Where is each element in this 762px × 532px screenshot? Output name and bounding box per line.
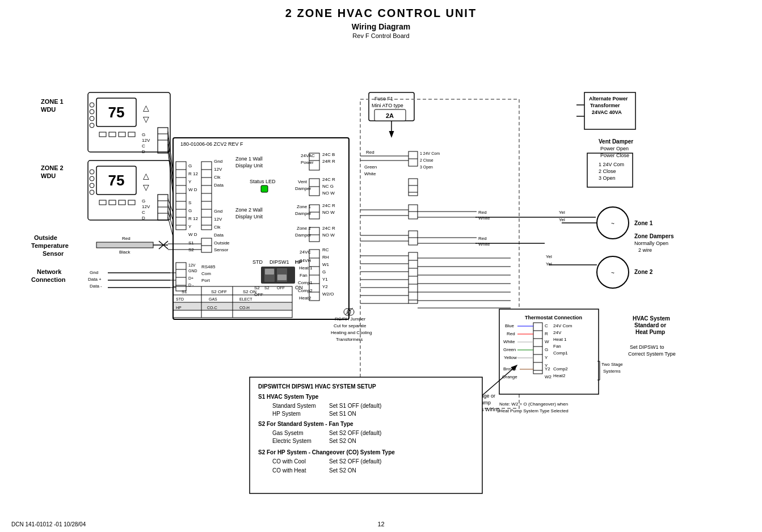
svg-text:△: △ [143, 171, 149, 180]
svg-text:2A: 2A [386, 112, 394, 119]
svg-text:W1: W1 [322, 262, 330, 267]
svg-text:Heat Pump System Type Selected: Heat Pump System Type Selected [499, 408, 569, 413]
svg-text:Set DIPSW1 to: Set DIPSW1 to [630, 344, 664, 350]
svg-text:D+: D+ [188, 276, 193, 280]
svg-text:GND: GND [188, 269, 197, 273]
svg-text:Y2: Y2 [322, 284, 328, 289]
svg-text:Vent: Vent [298, 179, 308, 184]
svg-text:Standard or: Standard or [634, 322, 666, 328]
svg-text:CO with Heat: CO with Heat [272, 467, 306, 474]
svg-text:S: S [188, 200, 191, 205]
svg-text:RS485: RS485 [201, 264, 216, 269]
svg-text:Data -: Data - [90, 284, 102, 289]
svg-text:STD: STD [176, 297, 184, 301]
svg-text:R  12: R 12 [188, 216, 198, 221]
footer-dcn: DCN 141-01012 -01 10/28/04 [11, 521, 86, 527]
svg-text:Heating and Cooling: Heating and Cooling [331, 330, 372, 335]
svg-text:12V: 12V [142, 204, 150, 209]
svg-text:12V: 12V [188, 263, 196, 267]
svg-text:Mini ATO type: Mini ATO type [372, 103, 403, 108]
svg-text:Display Unit: Display Unit [235, 163, 263, 168]
svg-text:White: White [503, 339, 515, 344]
svg-text:Yel: Yel [559, 217, 565, 222]
svg-text:S2  For HP System -  Changeove: S2 For HP System - Changeover (CO) Syste… [258, 449, 395, 455]
svg-text:WDU: WDU [41, 172, 56, 179]
svg-text:Zone 1: Zone 1 [297, 204, 311, 209]
svg-text:Power: Power [301, 160, 314, 165]
svg-text:Set S1 OFF (default): Set S1 OFF (default) [329, 403, 381, 409]
svg-text:Clk: Clk [214, 225, 221, 230]
svg-text:3  Open: 3 Open [599, 175, 616, 181]
svg-text:2 wire: 2 wire [638, 247, 652, 253]
svg-text:NO  W: NO W [322, 191, 335, 196]
svg-text:Set S2 OFF (default): Set S2 OFF (default) [329, 458, 381, 465]
svg-text:75: 75 [108, 104, 125, 121]
svg-text:Power Close: Power Close [600, 153, 629, 158]
svg-text:3  Open: 3 Open [420, 165, 433, 170]
sub-title: Wiring Diagram [0, 22, 762, 31]
svg-text:Yellow: Yellow [504, 355, 517, 360]
svg-text:Green: Green [503, 347, 516, 352]
svg-text:Two Stage: Two Stage [601, 362, 623, 367]
svg-text:ZONE 2: ZONE 2 [41, 164, 64, 171]
svg-text:Comp1: Comp1 [298, 280, 313, 285]
svg-text:Y: Y [188, 224, 192, 229]
svg-text:Black: Black [119, 250, 131, 255]
svg-rect-134 [277, 275, 287, 280]
svg-text:NO  W: NO W [322, 210, 335, 215]
svg-text:24V Com: 24V Com [553, 323, 572, 328]
svg-text:Outside: Outside [214, 240, 230, 246]
svg-text:Comp2: Comp2 [298, 288, 313, 293]
svg-text:S2 OFF: S2 OFF [211, 289, 227, 294]
svg-text:G: G [322, 269, 326, 275]
svg-text:W2: W2 [545, 374, 552, 379]
svg-text:White: White [478, 242, 490, 247]
svg-text:Y2: Y2 [545, 366, 550, 371]
svg-text:Data: Data [214, 183, 224, 188]
svg-text:Yel: Yel [546, 254, 552, 259]
svg-text:24VAC 40VA: 24VAC 40VA [592, 109, 622, 115]
svg-text:Correct System Type: Correct System Type [628, 351, 676, 357]
svg-text:STD: STD [252, 259, 263, 265]
svg-text:Zone 1 Wall: Zone 1 Wall [235, 156, 263, 162]
svg-text:S1: S1 [188, 240, 194, 246]
svg-text:Set S2 ON: Set S2 ON [329, 438, 356, 444]
svg-text:Transformer: Transformer [590, 103, 620, 108]
svg-text:180-01006-06  ZCV2  REV F: 180-01006-06 ZCV2 REV F [180, 141, 243, 147]
svg-rect-133 [265, 269, 274, 275]
svg-text:RH: RH [322, 255, 329, 260]
svg-text:G: G [142, 199, 145, 204]
svg-rect-211 [360, 99, 519, 408]
svg-text:24C  R: 24C R [322, 177, 335, 182]
svg-text:Cut for separate: Cut for separate [334, 323, 367, 328]
svg-text:NC  G: NC G [322, 184, 334, 189]
svg-text:Heat2: Heat2 [299, 295, 311, 301]
svg-text:Note: W2 = O (Changeover) when: Note: W2 = O (Changeover) when [499, 402, 568, 407]
svg-text:Thermostat Connection: Thermostat Connection [525, 315, 582, 320]
svg-text:Red: Red [478, 236, 487, 241]
svg-text:RC/RH Jumper: RC/RH Jumper [335, 316, 366, 322]
svg-text:Status LED: Status LED [250, 179, 276, 184]
svg-text:G: G [545, 347, 548, 352]
svg-text:DIPSWITCH DIPSW1     HVAC SYST: DIPSWITCH DIPSW1 HVAC SYSTEM SETUP [258, 383, 376, 390]
svg-text:24VH: 24VH [300, 258, 311, 263]
svg-text:RC: RC [322, 247, 329, 252]
svg-text:1  24V Com: 1 24V Com [599, 162, 624, 167]
svg-text:Green: Green [364, 164, 377, 170]
svg-text:Comp2: Comp2 [553, 366, 568, 371]
svg-text:Com: Com [201, 271, 211, 276]
svg-text:△: △ [143, 103, 149, 112]
svg-text:Systems: Systems [603, 369, 621, 374]
svg-text:Sensor: Sensor [43, 250, 64, 257]
svg-text:Standard System: Standard System [272, 403, 316, 409]
svg-text:24C  B: 24C B [322, 152, 335, 157]
svg-text:Alternate Power: Alternate Power [589, 96, 628, 102]
svg-text:Damper: Damper [295, 186, 311, 191]
svg-text:S1: S1 [182, 289, 187, 294]
svg-text:Orange: Orange [502, 374, 517, 379]
svg-text:Gnd: Gnd [214, 209, 222, 214]
svg-text:24R  R: 24R R [322, 159, 335, 164]
svg-text:24V: 24V [553, 330, 562, 335]
svg-text:W2/O: W2/O [322, 292, 334, 297]
svg-text:G: G [188, 208, 192, 213]
